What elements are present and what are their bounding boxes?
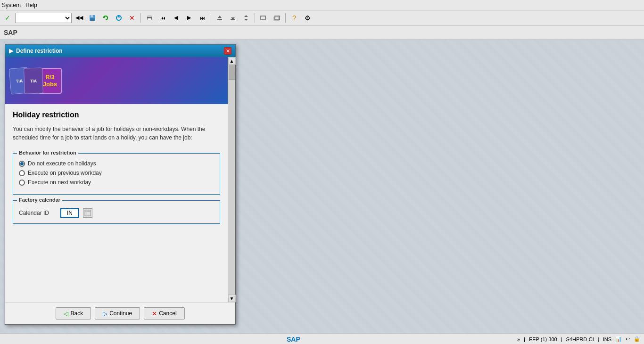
check-button[interactable]: ✓ [2,12,13,24]
dialog-title-text: ▶ Define restriction [9,48,63,54]
lock-icon: 🔒 [634,336,640,342]
transfer-button[interactable] [240,12,252,24]
scroll-thumb[interactable] [229,66,235,80]
chart-icon: 📊 [615,336,622,342]
card-2: TIA [24,67,43,94]
back-icon: ◁ [64,310,68,317]
svg-rect-7 [148,15,151,17]
dialog-body: TIA TIA R/3 Jobs Holiday restriction [5,57,235,302]
holiday-restriction-title: Holiday restriction [13,111,220,119]
holiday-description: You can modify the behavior of a job for… [13,125,220,142]
back-dialog-button[interactable]: ◁ Back [56,307,91,319]
sap-label: SAP [4,29,17,36]
factory-fieldset: Factory calendar Calendar ID [13,200,220,224]
server-info: S4HPRD-CI [566,336,594,342]
radio-no-execute[interactable]: Do not execute on holidays [19,160,214,167]
status-separator-2: | [561,336,562,342]
calendar-id-row: Calendar ID [19,208,214,218]
continue-label: Continue [109,310,132,317]
upload-button[interactable] [214,12,225,24]
back-button[interactable]: ◀◀ [74,12,85,24]
behavior-legend: Behavior for restriction [17,150,78,156]
menu-help[interactable]: Help [25,2,37,8]
last-button[interactable]: ⏭ [197,12,208,24]
settings-button[interactable]: ⚙ [302,12,313,24]
scroll-up-button[interactable]: ▲ [228,57,236,65]
dialog-title-icon: ▶ [9,48,13,54]
window2-button[interactable] [271,12,282,24]
cancel-icon: ✕ [152,310,157,317]
back-label: Back [70,310,83,317]
dialog-banner: TIA TIA R/3 Jobs [5,57,228,104]
separator-1 [140,13,141,23]
dialog-scrollbar: ▲ ▼ [228,57,235,302]
svg-marker-10 [218,16,222,18]
sap-title-bar: SAP [0,25,644,40]
command-input[interactable] [15,13,72,23]
restriction-radio-group: Do not execute on holidays Execute on pr… [19,160,214,186]
mode-info: INS [603,336,611,342]
radio-no-execute-input[interactable] [19,161,25,167]
toolbar: ✓ ◀◀ ✕ ⏮ ◀ ▶ ⏭ ? ⚙ [0,10,644,25]
status-separator-3: | [598,336,599,342]
svg-rect-2 [90,18,95,21]
radio-prev-workday-label: Execute on previous workday [28,170,102,176]
separator-4 [285,13,286,23]
refresh-button[interactable] [113,12,124,24]
first-button[interactable]: ⏮ [157,12,168,24]
print-button[interactable] [144,12,155,24]
radio-no-execute-label: Do not execute on holidays [28,160,96,167]
radio-next-workday-input[interactable] [19,180,25,186]
separator-3 [255,13,255,23]
radio-prev-workday-input[interactable] [19,170,25,176]
holiday-content-section: Holiday restriction You can modify the b… [5,104,228,148]
radio-next-workday[interactable]: Execute on next workday [19,179,214,186]
download-button[interactable] [227,12,239,24]
cancel-label: Cancel [159,310,176,317]
dialog-title-label: Define restriction [16,48,63,54]
prev-button[interactable]: ◀ [170,12,182,24]
calendar-id-input[interactable] [60,208,79,218]
factory-legend: Factory calendar [17,197,62,203]
window1-button[interactable] [258,12,269,24]
define-restriction-dialog: ▶ Define restriction ✕ TIA TIA [5,44,236,325]
scroll-down-button[interactable]: ▼ [228,295,236,302]
svg-marker-13 [244,15,248,17]
dialog-scroll-content: TIA TIA R/3 Jobs Holiday restriction [5,57,228,302]
dialog-titlebar: ▶ Define restriction ✕ [5,45,235,57]
menu-bar: System Help [0,0,644,10]
radio-prev-workday[interactable]: Execute on previous workday [19,170,214,176]
help-button[interactable]: ? [289,12,300,24]
save-button[interactable] [87,12,98,24]
calendar-lookup-button[interactable] [83,208,92,218]
behavior-fieldset: Behavior for restriction Do not execute … [13,153,220,195]
continue-dialog-button[interactable]: ▷ Continue [95,307,140,319]
undo-status-icon: ↩ [626,336,630,342]
svg-marker-14 [244,19,248,21]
dialog-close-button[interactable]: ✕ [224,47,231,55]
radio-next-workday-label: Execute on next workday [28,179,91,186]
cancel-toolbar-button[interactable]: ✕ [126,12,138,24]
card-stack: TIA TIA R/3 Jobs [10,68,62,94]
status-bar: SAP » | EEP (1) 300 | S4HPRD-CI | INS 📊 … [0,334,644,344]
card-r3-label: R/3 [46,74,55,81]
card-jobs-label: Jobs [43,81,57,88]
session-info: EEP (1) 300 [529,336,557,342]
cancel-dialog-button[interactable]: ✕ Cancel [144,307,184,319]
svg-rect-15 [261,16,265,20]
svg-rect-18 [85,210,91,216]
continue-icon: ▷ [103,310,107,317]
sap-footer-logo: SAP [287,336,300,343]
main-area: ▶ Define restriction ✕ TIA TIA [0,40,644,334]
svg-rect-8 [148,18,151,20]
next-button[interactable]: ▶ [183,12,195,24]
menu-system[interactable]: System [2,2,21,8]
svg-rect-1 [91,15,93,17]
status-arrows: » [517,336,520,342]
svg-rect-9 [217,19,222,20]
calendar-id-label: Calendar ID [19,210,57,216]
undo-button[interactable] [100,12,111,24]
separator-2 [211,13,211,23]
form-section: Behavior for restriction Do not execute … [5,148,228,237]
dialog-footer: ◁ Back ▷ Continue ✕ Cancel [5,302,235,324]
